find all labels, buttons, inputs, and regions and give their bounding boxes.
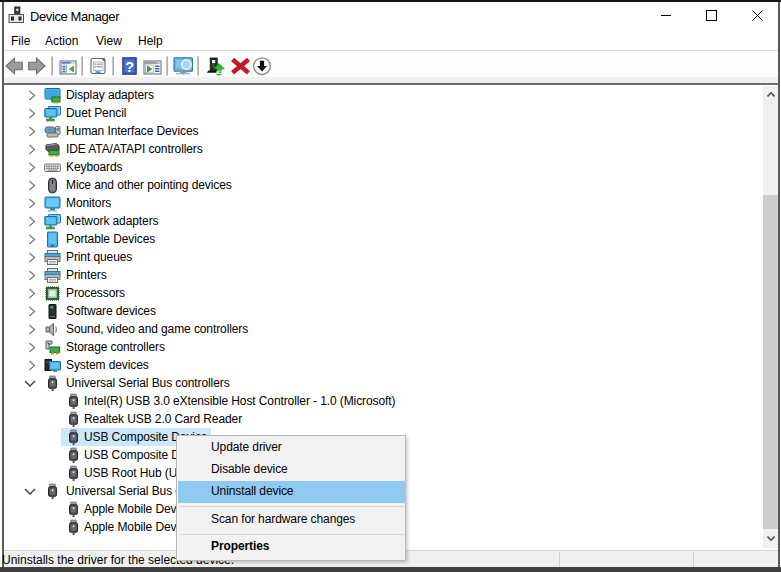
svg-text:?: ? <box>125 58 134 75</box>
